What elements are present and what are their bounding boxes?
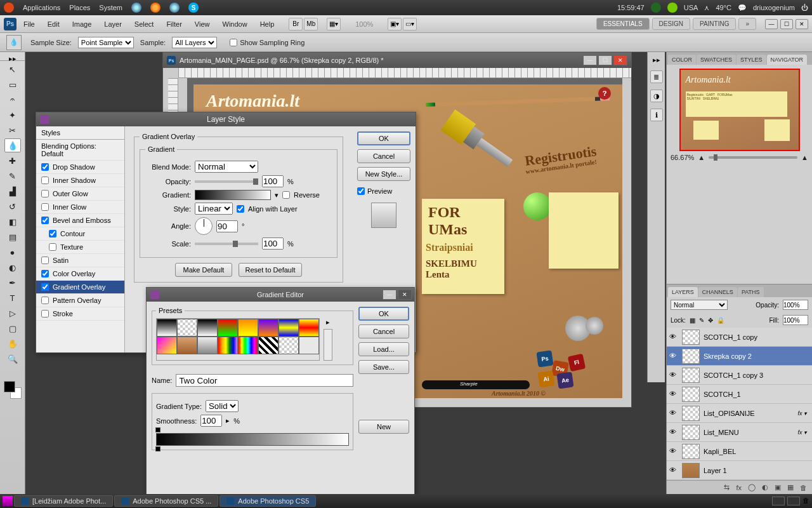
preset-swatch[interactable]: [218, 337, 238, 354]
navigator-thumbnail[interactable]: Artomania.lt Registruotis GART FORUMasSI…: [679, 69, 800, 151]
screen-mode-icon[interactable]: ▭▾: [403, 18, 417, 30]
visibility-icon[interactable]: 👁: [669, 428, 678, 437]
preset-swatch[interactable]: [197, 337, 218, 354]
tab-swatches[interactable]: SWATCHES: [697, 55, 736, 65]
tab-layers[interactable]: LAYERS: [668, 287, 698, 297]
ubuntu-logo-icon[interactable]: [4, 3, 14, 13]
inner-glow-checkbox[interactable]: [41, 203, 49, 211]
layer-row[interactable]: 👁 Skrepka copy 2: [667, 347, 812, 366]
skype-icon[interactable]: S: [188, 3, 199, 13]
zoom-level[interactable]: 100%: [350, 18, 379, 30]
panel-opacity-input[interactable]: [783, 300, 808, 310]
zoom-tool-icon[interactable]: 🔍: [4, 352, 21, 366]
power-icon[interactable]: ⏻: [801, 4, 808, 11]
blending-options-item[interactable]: Blending Options: Default: [36, 140, 124, 161]
align-checkbox[interactable]: [237, 205, 244, 213]
adjustments-panel-icon[interactable]: ◑: [650, 90, 663, 102]
zoom-value[interactable]: 66.67%: [671, 154, 694, 161]
task-item[interactable]: [Leidžiam Adobe Phot...: [14, 495, 113, 507]
system-menu[interactable]: System: [99, 4, 122, 11]
adjustment-layer-icon[interactable]: ◐: [762, 483, 768, 491]
new-layer-icon[interactable]: ▦: [787, 483, 794, 491]
blend-mode-select-panel[interactable]: Normal: [671, 300, 728, 310]
visibility-icon[interactable]: 👁: [669, 390, 678, 399]
ge-load-button[interactable]: Load...: [358, 342, 409, 356]
layer-thumbnail[interactable]: [682, 349, 700, 364]
preset-swatch[interactable]: [238, 337, 258, 354]
task-item[interactable]: Adobe Photoshop CS5 ...: [114, 495, 218, 507]
tab-styles[interactable]: STYLES: [737, 55, 766, 65]
type-tool-icon[interactable]: T: [4, 291, 21, 305]
layer-style-titlebar[interactable]: Layer Style: [36, 112, 416, 126]
trash-icon[interactable]: 🗑: [802, 497, 809, 505]
workspace-more[interactable]: »: [738, 18, 756, 30]
gradient-swatch[interactable]: [195, 190, 271, 200]
outer-glow-item[interactable]: Outer Glow: [36, 187, 124, 201]
smoothness-stepper-icon[interactable]: ▸: [226, 417, 230, 425]
layer-fx-icon[interactable]: fx: [736, 484, 742, 491]
menu-layer[interactable]: Layer: [98, 18, 128, 30]
texture-checkbox[interactable]: [49, 243, 56, 251]
preset-swatch[interactable]: [197, 319, 218, 337]
ps-close-button[interactable]: ✕: [796, 19, 808, 29]
satin-item[interactable]: Satin: [36, 254, 124, 267]
style-select[interactable]: Linear: [195, 203, 233, 215]
tab-channels[interactable]: CHANNELS: [698, 287, 737, 297]
preset-swatch[interactable]: [278, 319, 299, 337]
places-menu[interactable]: Places: [69, 4, 90, 11]
document-titlebar[interactable]: Ps Artomania_MAIN_PAGE.psd @ 66.7% (Skre…: [163, 53, 631, 68]
ge-ok-button[interactable]: OK: [358, 307, 409, 321]
contour-item[interactable]: Contour: [36, 227, 124, 241]
zoom-out-icon[interactable]: ▲: [698, 154, 705, 161]
preview-checkbox[interactable]: [357, 187, 365, 195]
lock-paint-icon[interactable]: ✎: [699, 317, 704, 324]
preset-swatch[interactable]: [278, 337, 299, 354]
ge-minimize-button[interactable]: —: [383, 290, 396, 300]
bevel-item[interactable]: Bevel and Emboss: [36, 214, 124, 227]
blur-tool-icon[interactable]: ●: [4, 245, 21, 259]
preset-swatch[interactable]: [299, 319, 319, 337]
stroke-item[interactable]: Stroke: [36, 307, 124, 321]
layer-thumbnail[interactable]: [682, 463, 700, 478]
texture-item[interactable]: Texture: [36, 241, 124, 254]
wifi-icon[interactable]: ⋏: [704, 4, 709, 12]
visibility-icon[interactable]: 👁: [669, 333, 678, 342]
reset-default-button[interactable]: Reset to Default: [239, 263, 302, 277]
tab-navigator[interactable]: NAVIGATOR: [767, 55, 808, 65]
zoom-in-icon[interactable]: ▲: [801, 154, 808, 161]
preset-swatch[interactable]: [299, 337, 319, 354]
menu-filter[interactable]: Filter: [160, 18, 187, 30]
layer-row[interactable]: 👁 Layer 1: [667, 461, 812, 480]
photoshop-logo-icon[interactable]: Ps: [4, 18, 16, 30]
doc-close-button[interactable]: ✕: [613, 55, 627, 65]
visibility-icon[interactable]: 👁: [669, 371, 678, 380]
menu-edit[interactable]: Edit: [42, 18, 65, 30]
menu-select[interactable]: Select: [129, 18, 160, 30]
layer-group-icon[interactable]: ▣: [775, 483, 781, 491]
gradient-name-input[interactable]: [176, 374, 353, 387]
minibridge-icon[interactable]: Mb: [304, 18, 318, 30]
marquee-tool-icon[interactable]: ▭: [4, 77, 21, 91]
angle-dial[interactable]: [195, 217, 213, 235]
layer-row[interactable]: 👁 SCOTCH_1 copy: [667, 328, 812, 347]
layer-thumbnail[interactable]: [682, 406, 700, 421]
gradient-dropdown-icon[interactable]: ▾: [275, 191, 278, 199]
opacity-input[interactable]: [262, 175, 284, 187]
user-menu[interactable]: driuxogenium: [753, 4, 795, 11]
view-extras-icon[interactable]: ▦▾: [327, 18, 341, 30]
doc-minimize-button[interactable]: —: [583, 55, 597, 65]
layer-mask-icon[interactable]: ◯: [748, 483, 756, 491]
lock-transparency-icon[interactable]: ▦: [690, 317, 695, 324]
lock-all-icon[interactable]: 🔒: [717, 317, 724, 324]
wand-tool-icon[interactable]: ✦: [4, 108, 21, 122]
sample-select[interactable]: All Layers: [172, 37, 217, 48]
drop-shadow-checkbox[interactable]: [41, 163, 49, 171]
preset-swatch[interactable]: [157, 319, 177, 337]
color-overlay-item[interactable]: Color Overlay: [36, 267, 124, 281]
pen-tool-icon[interactable]: ✒: [4, 276, 21, 290]
visibility-icon[interactable]: 👁: [669, 409, 678, 418]
preset-swatch[interactable]: [258, 319, 278, 337]
layer-row[interactable]: 👁 SCOTCH_1 copy 3: [667, 366, 812, 385]
stamp-tool-icon[interactable]: ▟: [4, 184, 21, 198]
visibility-icon[interactable]: 👁: [669, 447, 678, 456]
